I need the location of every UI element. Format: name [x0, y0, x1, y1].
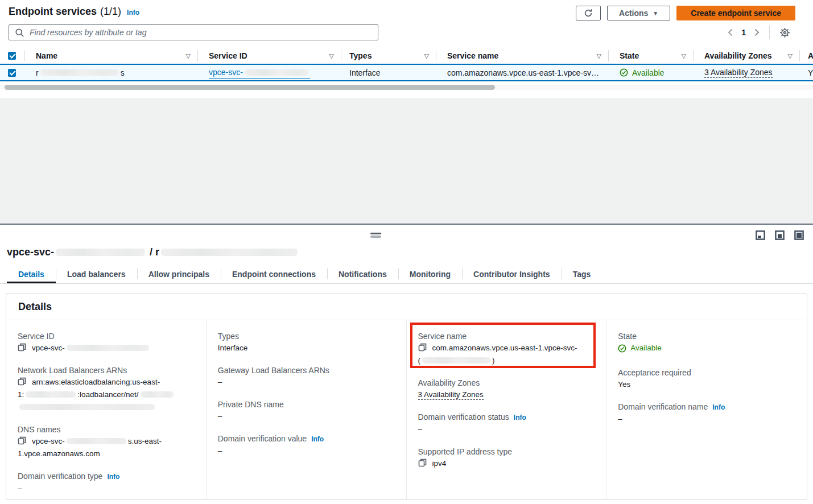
field-value: – [618, 413, 795, 425]
field-value: Interface [218, 342, 395, 354]
field-value: – [418, 423, 595, 436]
cell-state: Available [609, 65, 694, 80]
field-label: Domain verification value [218, 434, 307, 443]
tab-notifications[interactable]: Notifications [327, 265, 398, 283]
availability-zones-link[interactable]: 3 Availability Zones [418, 390, 484, 400]
redacted-text [422, 357, 490, 363]
column-header-types[interactable]: Types▽ [341, 48, 436, 64]
copy-icon[interactable] [18, 377, 26, 386]
field-label: Domain verification status [418, 412, 509, 422]
scrollbar-thumb[interactable] [5, 85, 495, 90]
table-row[interactable]: rsvpce-svc-Interfacecom.amazonaws.vpce.u… [0, 64, 813, 81]
column-header-service_id[interactable]: Service ID▽ [198, 48, 341, 64]
split-panel-side-icon[interactable] [775, 230, 785, 240]
tab-endpoint-connections[interactable]: Endpoint connections [221, 265, 327, 283]
cell-availability-zones: 3 Availability Zones [694, 65, 800, 80]
prev-page-button[interactable] [723, 28, 737, 36]
field-value: vpce-svc-s.us-east-1.vpce.amazonaws.com [18, 435, 195, 460]
field-value: arn:aws:elasticloadbalancing:us-east-1::… [18, 376, 195, 414]
column-header-state[interactable]: State▽ [609, 48, 694, 64]
redacted-text [67, 345, 149, 351]
row-checkbox[interactable] [8, 69, 16, 77]
field-label: Network Load Balancers ARNs [18, 366, 127, 375]
cell-service-name: com.amazonaws.vpce.us-east-1.vpce-sv… [436, 65, 609, 80]
field-acceptance-required: Acceptance requiredYes [618, 367, 795, 391]
redacted-text [40, 69, 119, 76]
column-header-label: Availability Zones [704, 51, 772, 60]
split-panel-bottom-icon[interactable] [756, 230, 765, 240]
field-domain-verification-value: Domain verification valueInfo– [218, 433, 395, 457]
sort-filter-icon[interactable]: ▽ [424, 52, 429, 60]
tab-details[interactable]: Details [7, 265, 56, 283]
status-available: Available [620, 68, 665, 77]
column-header-label: A [808, 51, 813, 60]
details-card-heading: Details [6, 294, 807, 320]
tab-contributor-insights[interactable]: Contributor Insights [462, 265, 562, 283]
info-link[interactable]: Info [712, 403, 725, 411]
select-all-checkbox[interactable] [8, 52, 16, 60]
page-number[interactable]: 1 [737, 28, 750, 37]
field-label: DNS names [18, 425, 60, 434]
tab-load-balancers[interactable]: Load balancers [56, 265, 137, 283]
sort-filter-icon[interactable]: ▽ [788, 52, 793, 60]
field-value: – [218, 445, 395, 457]
field-network-load-balancers-arns: Network Load Balancers ARNsarn:aws:elast… [18, 365, 195, 414]
horizontal-scrollbar[interactable] [0, 85, 813, 90]
field-domain-verification-type: Domain verification typeInfo– [18, 470, 195, 495]
column-header-availability_zones[interactable]: Availability Zones▽ [694, 48, 800, 64]
field-value: – [218, 376, 395, 389]
search-box [9, 24, 378, 40]
availability-zones-link[interactable]: 3 Availability Zones [704, 68, 773, 78]
gear-icon [779, 27, 790, 38]
tab-allow-principals[interactable]: Allow principals [137, 265, 221, 283]
tab-monitoring[interactable]: Monitoring [398, 265, 462, 283]
sort-filter-icon[interactable]: ▽ [186, 52, 191, 60]
cell-select [0, 65, 25, 80]
field-types: TypesInterface [218, 331, 395, 354]
field-label: Gateway Load Balancers ARNs [218, 366, 329, 375]
split-panel-title: vpce-svc- / r [7, 246, 299, 258]
split-panel-drag-handle[interactable] [370, 233, 381, 238]
field-value: ipv4 [418, 457, 595, 470]
table-toolbar: 1 [0, 20, 813, 40]
table-settings-button[interactable] [775, 27, 795, 38]
table-header-row: Name▽Service ID▽Types▽Service name▽State… [0, 48, 813, 64]
field-value: vpce-svc- [18, 342, 195, 354]
info-link[interactable]: Info [107, 473, 119, 481]
field-domain-verification-name: Domain verification nameInfo– [618, 401, 795, 425]
column-header-service_name[interactable]: Service name▽ [436, 48, 609, 64]
sort-filter-icon[interactable]: ▽ [682, 52, 686, 60]
create-endpoint-service-button[interactable]: Create endpoint service [676, 6, 795, 20]
search-input[interactable] [9, 24, 378, 40]
detail-tabs: DetailsLoad balancersAllow principalsEnd… [0, 265, 813, 284]
column-header-name[interactable]: Name▽ [25, 48, 198, 64]
refresh-button[interactable] [576, 6, 601, 20]
field-label: Domain verification type [18, 472, 102, 481]
column-header-label: Types [349, 51, 372, 60]
copy-icon[interactable] [418, 458, 427, 467]
column-header-label: State [620, 51, 639, 60]
refresh-icon [584, 9, 593, 18]
info-link[interactable]: Info [514, 414, 526, 422]
resource-count: (1/1) [100, 6, 121, 18]
copy-icon[interactable] [18, 343, 26, 352]
info-link[interactable]: Info [127, 9, 139, 16]
status-available: Available [618, 342, 662, 354]
split-panel-full-icon[interactable] [794, 230, 804, 240]
next-page-button[interactable] [750, 28, 764, 36]
column-header-select [0, 48, 25, 64]
copy-icon[interactable] [418, 343, 427, 352]
sort-filter-icon[interactable]: ▽ [329, 52, 334, 60]
cell-acceptance: Y [800, 65, 813, 80]
sort-filter-icon[interactable]: ▽ [597, 52, 601, 60]
field-value: – [18, 482, 195, 495]
tab-tags[interactable]: Tags [562, 265, 602, 283]
page-header: Endpoint services (1/1) Info Actions ▼ C… [0, 0, 813, 20]
copy-icon[interactable] [18, 436, 26, 445]
cell-name: rs [25, 65, 198, 80]
redacted-text [56, 249, 145, 256]
service-id-link[interactable]: vpce-svc- [209, 67, 310, 79]
details-column-4: StateAvailableAcceptance requiredYesDoma… [606, 320, 807, 500]
actions-button[interactable]: Actions ▼ [607, 6, 670, 20]
info-link[interactable]: Info [311, 435, 324, 443]
